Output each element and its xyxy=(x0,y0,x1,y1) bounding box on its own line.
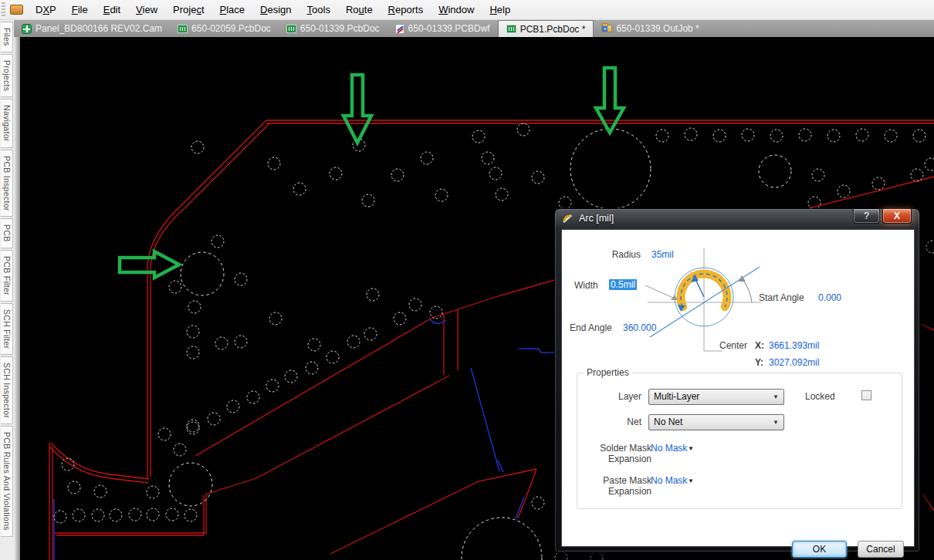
chevron-down-icon: ▼ xyxy=(773,415,779,430)
panel-tab-pcb-filter[interactable]: PCB Filter xyxy=(1,250,13,302)
arc-dialog-icon xyxy=(562,214,574,224)
menu-tools[interactable]: Tools xyxy=(299,1,338,19)
tab-panel-bd800166[interactable]: Panel_BD800166 REV02.Cam xyxy=(14,20,170,37)
menu-design[interactable]: Design xyxy=(252,1,299,19)
center-y-label: Y: xyxy=(755,357,763,368)
layer-dropdown[interactable]: Multi-Layer ▼ xyxy=(648,389,784,405)
tab-label: 650-01339.OutJob * xyxy=(616,23,699,34)
layer-value: Multi-Layer xyxy=(654,391,699,402)
end-angle-label: End Angle xyxy=(570,322,612,333)
tab-pcb1-pcbdoc-active[interactable]: PCB1.PcbDoc * xyxy=(498,20,594,37)
menu-file[interactable]: File xyxy=(64,1,96,19)
panel-tab-files[interactable]: Files xyxy=(1,22,13,52)
tab-label: Panel_BD800166 REV02.Cam xyxy=(36,23,162,34)
panel-tab-pcb[interactable]: PCB xyxy=(1,218,13,248)
help-button[interactable]: ? xyxy=(853,209,880,224)
tab-650-01339-pcbdwf[interactable]: 650-01339.PCBDwf xyxy=(387,20,498,37)
panel-tab-pcb-inspector[interactable]: PCB Inspector xyxy=(1,150,13,218)
menu-reports[interactable]: Reports xyxy=(381,1,431,19)
tab-label: 650-01339.PcbDoc xyxy=(300,23,380,34)
annotation-arrow-down-1 xyxy=(343,75,371,143)
net-value: No Net xyxy=(654,417,682,427)
close-button[interactable]: X xyxy=(882,209,912,224)
panel-tab-navigator[interactable]: Navigator xyxy=(1,99,13,148)
net-label: Net xyxy=(595,417,641,427)
outjob-folder-icon xyxy=(601,25,612,32)
width-value-selected[interactable]: 0.5mil xyxy=(609,279,637,290)
tab-650-02059-pcbdoc[interactable]: 650-02059.PcbDoc xyxy=(170,20,279,37)
chevron-down-icon: ▼ xyxy=(773,390,779,405)
panel-tab-strip: Files Projects Navigator PCB Inspector P… xyxy=(0,20,14,560)
pcb-doc-icon xyxy=(286,25,296,33)
tab-650-01339-pcbdoc[interactable]: 650-01339.PcbDoc xyxy=(279,20,387,37)
menu-bar: DXP File Edit View Project Place Design … xyxy=(0,0,934,20)
arc-dialog: Arc [mil] ? X Radius 35mil Width 0.5mil … xyxy=(554,208,920,552)
panel-tab-pcb-rules[interactable]: PCB Rules And Violations xyxy=(1,426,13,537)
menu-project[interactable]: Project xyxy=(165,1,212,19)
dxp-folder-icon[interactable] xyxy=(10,5,23,15)
panel-tab-sch-filter[interactable]: SCH Filter xyxy=(1,303,13,355)
altium-window: DXP File Edit View Project Place Design … xyxy=(0,0,934,560)
cam-doc-icon xyxy=(22,24,32,34)
pcb-doc-icon xyxy=(178,25,188,33)
dialog-body: Radius 35mil Width 0.5mil Start Angle 0.… xyxy=(561,229,915,547)
menu-view[interactable]: View xyxy=(128,1,165,19)
tab-label: 650-02059.PcbDoc xyxy=(191,23,271,34)
toolbar-grip-icon[interactable] xyxy=(2,2,5,18)
menu-edit[interactable]: Edit xyxy=(96,1,128,19)
menu-place[interactable]: Place xyxy=(212,1,253,19)
center-y-value[interactable]: 3027.092mil xyxy=(769,357,819,368)
document-tab-bar: Panel_BD800166 REV02.Cam 650-02059.PcbDo… xyxy=(14,20,934,37)
start-angle-value[interactable]: 0.000 xyxy=(818,292,841,303)
solder-mask-dropdown-icon[interactable]: ▼ xyxy=(688,445,694,452)
cancel-button[interactable]: Cancel xyxy=(858,541,904,558)
net-dropdown[interactable]: No Net ▼ xyxy=(648,414,784,430)
panel-tab-sch-inspector[interactable]: SCH Inspector xyxy=(1,356,13,424)
menu-route[interactable]: Route xyxy=(338,1,381,19)
tab-label: PCB1.PcbDoc * xyxy=(520,24,586,35)
locked-label: Locked xyxy=(805,391,835,402)
tab-650-01339-outjob[interactable]: 650-01339.OutJob * xyxy=(594,20,706,37)
pcb-doc-icon xyxy=(506,25,516,33)
menu-window[interactable]: Window xyxy=(431,1,482,19)
properties-group: Properties Layer Multi-Layer ▼ Locked Ne… xyxy=(577,373,902,509)
paste-mask-label: Paste MaskExpansion xyxy=(577,475,651,497)
panel-tab-projects[interactable]: Projects xyxy=(1,54,13,97)
locked-checkbox[interactable] xyxy=(861,390,871,400)
layer-label: Layer xyxy=(595,391,641,402)
properties-legend: Properties xyxy=(584,367,632,378)
paste-mask-value[interactable]: No Mask xyxy=(651,475,687,486)
solder-mask-value[interactable]: No Mask xyxy=(651,443,687,454)
menu-dxp[interactable]: DXP xyxy=(28,1,64,19)
paste-mask-dropdown-icon[interactable]: ▼ xyxy=(688,477,694,484)
menu-help[interactable]: Help xyxy=(482,1,518,19)
radius-label: Radius xyxy=(593,249,641,260)
center-x-value[interactable]: 3661.393mil xyxy=(769,340,819,351)
ok-button[interactable]: OK xyxy=(792,541,847,558)
width-label: Width xyxy=(574,280,598,291)
tab-label: 650-01339.PCBDwf xyxy=(408,23,490,34)
arc-diagram xyxy=(644,241,775,356)
dialog-title: Arc [mil] xyxy=(579,213,614,224)
panel-splitter[interactable] xyxy=(14,37,20,560)
solder-mask-label: Solder MaskExpansion xyxy=(577,443,651,464)
pcbdwf-doc-icon xyxy=(395,24,404,34)
